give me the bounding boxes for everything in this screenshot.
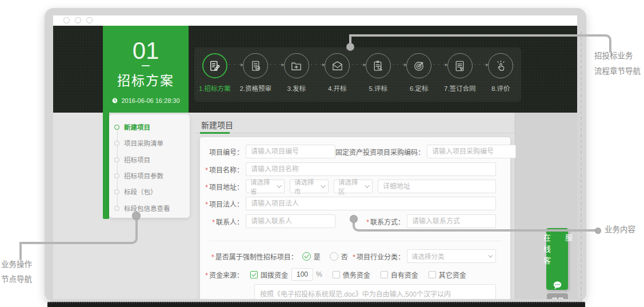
radio-yes[interactable]: [302, 252, 311, 261]
project-no-input[interactable]: [246, 145, 335, 158]
sidebar-item-section-package[interactable]: 标段（包）: [109, 187, 157, 196]
sidebar-item-project-params[interactable]: 招标项目参数: [109, 171, 163, 180]
step-label: 2.资格预审: [235, 83, 277, 93]
sidebar-item-label: 标段包信息查看: [124, 204, 170, 213]
qr-code-button[interactable]: [547, 293, 568, 299]
step-circle: [325, 53, 350, 78]
address-detail-input[interactable]: [378, 180, 496, 193]
phase-date-row: 2016-06-06 16:28:30: [111, 97, 179, 104]
timeline-dot-icon: [114, 125, 119, 130]
step-prequalification[interactable]: 2.资格预审: [235, 47, 277, 102]
legal-person-label: 项目法人：: [200, 199, 243, 209]
industry-select[interactable]: 请选择分类: [407, 249, 496, 263]
chevron-down-icon: [488, 253, 493, 257]
window-control-circle[interactable]: [75, 17, 81, 23]
asset-code-label: 固定资产投资项目采购编码：: [335, 147, 427, 157]
contract-icon: [453, 59, 466, 73]
checkbox-other-funds[interactable]: [429, 271, 436, 278]
timeline-dot-icon: [114, 157, 119, 162]
funds-option-label: 其它资金: [439, 270, 466, 280]
window-control-circle[interactable]: [86, 17, 93, 23]
step-sign-contract[interactable]: 7.签订合同: [439, 47, 481, 102]
step-bidding-plan[interactable]: 1.招标方案: [194, 47, 235, 102]
clock-icon: [111, 97, 118, 104]
step-circle: [488, 53, 513, 78]
window-control-circle[interactable]: [63, 17, 70, 23]
funds-label: 资金来源：: [200, 270, 243, 280]
asset-code-input[interactable]: [427, 145, 516, 158]
radio-no[interactable]: [330, 252, 338, 261]
callout-line-node-nav: [19, 220, 138, 244]
page-body: 新建项目 项目采购清单 招标项目 招标项目参数 标段（包）: [53, 113, 577, 299]
sidebar-accent-bar: [103, 113, 109, 219]
target-dart-icon: [413, 59, 426, 73]
step-review[interactable]: 8.评价: [481, 47, 522, 102]
contact-input[interactable]: [246, 214, 335, 228]
district-select-value: 请选择区: [338, 177, 362, 196]
qr-code-icon: [552, 297, 563, 299]
sidebar-item-package-info[interactable]: 标段包信息查看: [109, 204, 170, 213]
step-issue-tender[interactable]: 3.发标: [276, 47, 317, 102]
browser-titlebar: [53, 15, 577, 26]
phase-number: 01: [133, 38, 159, 63]
timeline-dot-icon: [114, 173, 119, 178]
annotation-node-nav: 业务操作 节点导航: [1, 257, 32, 287]
sidebar-item-label: 新建项目: [124, 122, 150, 131]
chevron-down-icon: [321, 183, 325, 188]
funds-percent-input[interactable]: [291, 268, 313, 281]
timeline-dot-icon: [114, 141, 119, 146]
step-label: 8.评价: [481, 83, 522, 93]
step-label: 6.定标: [399, 83, 440, 93]
checkbox-debt-funds[interactable]: [333, 271, 340, 278]
online-service-button[interactable]: 在线客服: [546, 228, 568, 290]
sidebar-item-label: 招标项目参数: [124, 171, 163, 180]
step-label: 4.开标: [317, 83, 358, 93]
form-row-funds: 资金来源： 国拨资金 % 债务资金 自有资金 其它资金: [200, 268, 496, 281]
province-select[interactable]: 请选择省: [246, 180, 285, 193]
form-row-project-no: 项目编号： 固定资产投资项目采购编码：: [200, 145, 496, 158]
legal-person-input[interactable]: [246, 197, 496, 210]
step-label: 3.发标: [276, 83, 317, 93]
annotation-node-nav-line1: 业务操作: [1, 257, 32, 272]
step-circle: [243, 53, 268, 78]
sidebar-item-purchase-list[interactable]: 项目采购清单: [109, 138, 163, 147]
checkbox-own-funds[interactable]: [381, 271, 388, 278]
step-label: 5.评标: [358, 83, 399, 93]
callout-dot-node-nav: [132, 212, 141, 220]
window-controls: [63, 17, 93, 23]
radio-no-label: 否: [341, 252, 348, 261]
step-open-bids[interactable]: 4.开标: [317, 47, 358, 102]
envelope-icon: [331, 59, 344, 73]
step-label: 1.招标方案: [194, 83, 235, 93]
funds-option-label: 自有资金: [391, 270, 418, 280]
province-select-value: 请选择省: [250, 177, 274, 196]
step-evaluate-bids[interactable]: 5.评标: [358, 47, 399, 102]
step-award[interactable]: 6.定标: [399, 47, 440, 102]
project-name-input[interactable]: [246, 162, 496, 176]
browser-viewport: 01 招标方案 2016-06-06 16:28:30 1.招标方案: [53, 26, 577, 299]
annotation-flow-nav-line2: 流程章节导航: [594, 63, 641, 79]
page: 01 招标方案 2016-06-06 16:28:30 1.招标方案: [0, 0, 644, 307]
project-address-label: 项目地址：: [200, 182, 243, 192]
sidebar-item-label: 招标项目: [124, 155, 150, 164]
city-select-value: 请选择市: [294, 177, 318, 196]
checkbox-state-funds[interactable]: [250, 271, 258, 278]
online-service-label: 在线客服: [535, 234, 577, 277]
city-select[interactable]: 请选择市: [290, 180, 329, 193]
industry-select-value: 请选择分类: [411, 252, 445, 261]
sidebar-item-new-project[interactable]: 新建项目: [109, 122, 150, 131]
project-name-label: 项目名称：: [200, 165, 243, 174]
sidebar-item-tender-project[interactable]: 招标项目: [109, 155, 150, 164]
note-textarea[interactable]: 按照《电子招投标系统规范.doc》中为自由输入,500个汉字以内: [254, 284, 496, 299]
process-steps: 1.招标方案 2.资格预审 3.发标: [194, 47, 521, 102]
form-divider: [209, 241, 502, 241]
district-select[interactable]: 请选择区: [334, 180, 373, 193]
chevron-down-icon: [365, 183, 369, 188]
form-row-project-address: 项目地址： 请选择省 请选择市 请选择区: [200, 180, 496, 193]
tab-new-project[interactable]: 新建项目: [201, 119, 233, 130]
tab-divider: [194, 133, 514, 133]
annotation-content: 业务内容: [605, 225, 635, 235]
timeline-dot-icon: [114, 206, 119, 211]
callout-line-flow-nav: [349, 34, 611, 53]
step-circle: [447, 53, 473, 78]
